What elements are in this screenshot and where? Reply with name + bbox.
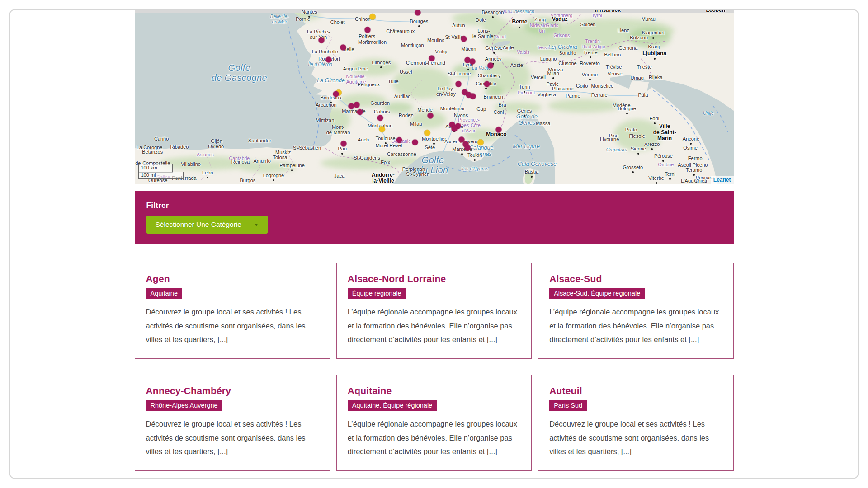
map-marker[interactable] bbox=[396, 137, 402, 143]
map-marker[interactable] bbox=[484, 81, 490, 87]
map-tiles bbox=[135, 10, 734, 184]
city-dot bbox=[589, 79, 591, 80]
group-card-annecy-chambery[interactable]: Annecy-Chambéry Rhône-Alpes Auvergne Déc… bbox=[135, 375, 330, 471]
city-dot bbox=[341, 153, 343, 155]
card-description: L’équipe régionale accompagne les groupe… bbox=[348, 417, 520, 459]
city-dot bbox=[652, 37, 654, 39]
group-card-alsace-sud[interactable]: Alsace-Sud Alsace-Sud, Équipe régionale … bbox=[538, 263, 733, 359]
card-tag-badge: Alsace-Sud, Équipe régionale bbox=[549, 288, 645, 299]
group-card-agen[interactable]: Agen Aquitaine Découvrez le groupe local… bbox=[135, 263, 330, 359]
map-marker-yellow[interactable] bbox=[369, 14, 375, 20]
map-marker[interactable] bbox=[465, 145, 471, 150]
city-dot bbox=[654, 122, 656, 124]
map-marker[interactable] bbox=[429, 56, 434, 61]
card-description: Découvrez le groupe local et ses activit… bbox=[549, 417, 722, 459]
card-title: Alsace-Nord Lorraine bbox=[348, 273, 520, 284]
map-tile-edge bbox=[135, 10, 734, 13]
city-dot bbox=[493, 52, 495, 54]
city-dot bbox=[524, 91, 525, 93]
map-marker[interactable] bbox=[340, 44, 346, 50]
card-tag-badge: Paris Sud bbox=[549, 400, 587, 411]
city-dot bbox=[461, 153, 463, 155]
map-marker[interactable] bbox=[470, 93, 476, 99]
filter-bar: Filtrer Sélectionner Une Catégorie ▼ bbox=[135, 191, 734, 244]
city-dot bbox=[474, 159, 476, 161]
group-card-alsace-nord-lorraine[interactable]: Alsace-Nord Lorraine Équipe régionale L’… bbox=[336, 263, 532, 359]
category-dropdown-label: Sélectionner Une Catégorie bbox=[156, 221, 241, 229]
card-title: Alsace-Sud bbox=[549, 273, 722, 284]
card-tag-badge: Aquitaine bbox=[146, 288, 182, 299]
scale-miles: 100 ml bbox=[138, 172, 184, 179]
city-dot bbox=[662, 160, 664, 162]
map-marker[interactable] bbox=[496, 127, 502, 133]
card-tag-badge: Équipe régionale bbox=[348, 288, 406, 299]
card-tag-badge: Rhône-Alpes Auvergne bbox=[146, 400, 222, 411]
city-dot bbox=[656, 182, 657, 184]
city-dot bbox=[366, 40, 368, 42]
map-marker-yellow[interactable] bbox=[425, 130, 430, 136]
city-dot bbox=[492, 16, 494, 18]
map-marker-yellow[interactable] bbox=[379, 126, 385, 132]
map-scale-control: 100 km 100 ml bbox=[138, 164, 184, 179]
city-dot bbox=[330, 102, 332, 103]
map-marker[interactable] bbox=[333, 91, 339, 97]
card-title: Aquitaine bbox=[348, 385, 520, 396]
map-marker[interactable] bbox=[364, 27, 370, 33]
card-title: Annecy-Chambéry bbox=[146, 385, 319, 396]
map-marker[interactable] bbox=[412, 140, 418, 145]
card-tag-badge: Aquitaine, Équipe régionale bbox=[348, 400, 437, 411]
map[interactable]: Golfe de GascogneGolfe du LionGolfe de G… bbox=[135, 10, 734, 184]
filter-label: Filtrer bbox=[146, 201, 722, 210]
map-marker[interactable] bbox=[326, 57, 331, 63]
city-dot bbox=[693, 174, 695, 176]
city-dot bbox=[651, 148, 653, 150]
map-marker[interactable] bbox=[340, 141, 346, 147]
city-dot bbox=[273, 179, 274, 181]
city-dot bbox=[291, 169, 293, 171]
map-marker[interactable] bbox=[456, 81, 462, 87]
card-description: L’équipe régionale accompagne les groupe… bbox=[348, 305, 520, 347]
group-card-aquitaine[interactable]: Aquitaine Aquitaine, Équipe régionale L’… bbox=[336, 375, 532, 471]
map-marker[interactable] bbox=[318, 38, 324, 43]
map-marker[interactable] bbox=[354, 102, 360, 108]
chevron-down-icon: ▼ bbox=[254, 222, 259, 227]
city-dot bbox=[433, 143, 435, 145]
card-title: Agen bbox=[146, 273, 319, 284]
city-dot bbox=[590, 56, 591, 58]
map-marker[interactable] bbox=[487, 63, 493, 69]
page-frame: Golfe de GascogneGolfe du LionGolfe de G… bbox=[9, 9, 859, 479]
city-dot bbox=[308, 16, 310, 18]
city-dot bbox=[669, 178, 671, 180]
city-dot bbox=[626, 113, 628, 114]
map-marker[interactable] bbox=[469, 58, 475, 64]
map-marker-yellow[interactable] bbox=[478, 139, 484, 145]
city-dot bbox=[524, 115, 525, 117]
city-dot bbox=[704, 182, 706, 183]
city-dot bbox=[654, 58, 656, 60]
map-marker[interactable] bbox=[415, 10, 421, 16]
map-marker[interactable] bbox=[377, 115, 383, 121]
map-attribution: Leaflet bbox=[711, 176, 734, 184]
card-title: Auteuil bbox=[549, 385, 722, 396]
map-marker[interactable] bbox=[452, 126, 458, 131]
group-card-auteuil[interactable]: Auteuil Paris Sud Découvrez le groupe lo… bbox=[538, 375, 733, 471]
category-dropdown[interactable]: Sélectionner Une Catégorie ▼ bbox=[146, 216, 268, 234]
city-dot bbox=[485, 88, 487, 89]
card-description: Découvrez le groupe local et ses activit… bbox=[146, 305, 319, 347]
city-dot bbox=[467, 69, 469, 70]
map-marker[interactable] bbox=[357, 109, 363, 115]
city-dot bbox=[531, 176, 533, 178]
leaflet-attribution-link[interactable]: Leaflet bbox=[713, 177, 731, 183]
city-dot bbox=[418, 25, 420, 27]
city-dot bbox=[207, 177, 208, 178]
card-description: L’équipe régionale accompagne les groupe… bbox=[549, 305, 722, 347]
map-marker[interactable] bbox=[428, 113, 434, 119]
city-dot bbox=[552, 77, 554, 79]
card-description: Découvrez le groupe local et ses activit… bbox=[146, 417, 319, 459]
city-dot bbox=[380, 66, 382, 68]
city-dot bbox=[385, 142, 387, 144]
map-marker[interactable] bbox=[461, 36, 467, 42]
city-dot bbox=[632, 171, 634, 173]
city-dot bbox=[637, 153, 639, 155]
content-column: Golfe de GascogneGolfe du LionGolfe de G… bbox=[135, 10, 734, 471]
